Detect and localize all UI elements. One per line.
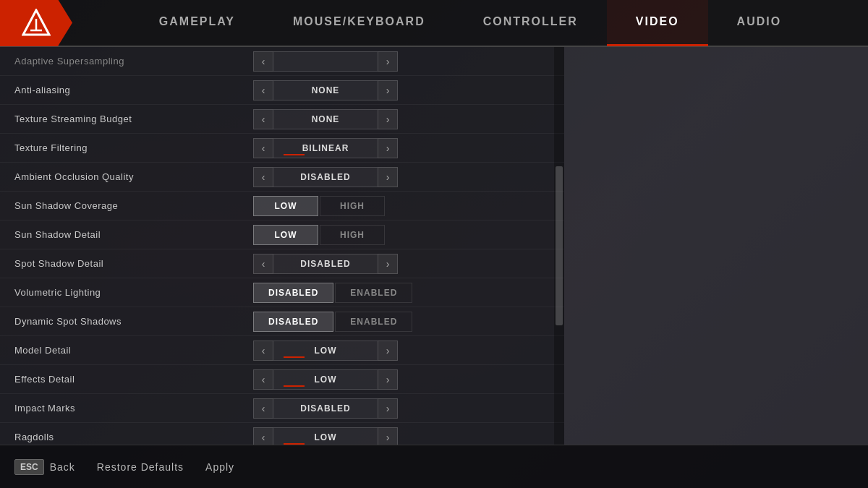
effects-detail-control: ‹ Low ›: [253, 369, 550, 390]
model-detail-next[interactable]: ›: [378, 341, 398, 361]
texture-filtering-value: Bilinear: [273, 138, 378, 158]
texture-streaming-control: ‹ None ›: [253, 109, 550, 129]
adaptive-supersampling-next[interactable]: ›: [378, 51, 398, 72]
adaptive-supersampling-prev[interactable]: ‹: [253, 51, 273, 72]
dynamic-spot-shadows-control: Disabled Enabled: [253, 312, 550, 332]
dynamic-spot-shadows-toggle: Disabled Enabled: [253, 312, 412, 332]
tab-mouse-keyboard[interactable]: MOUSE/KEYBOARD: [264, 0, 454, 46]
ragdolls-value: Low: [273, 427, 378, 445]
ambient-occlusion-next[interactable]: ›: [378, 167, 398, 187]
scrollbar-track: [554, 47, 564, 445]
anti-aliasing-next[interactable]: ›: [378, 80, 398, 100]
sun-shadow-coverage-high[interactable]: High: [320, 196, 385, 216]
ambient-occlusion-label: Ambient Occlusion Quality: [14, 171, 246, 182]
ragdolls-prev[interactable]: ‹: [253, 427, 273, 445]
ambient-occlusion-value: Disabled: [273, 167, 378, 187]
restore-defaults-label: Restore Defaults: [97, 461, 184, 473]
apply-action[interactable]: Apply: [205, 461, 234, 473]
ambient-occlusion-control: ‹ Disabled ›: [253, 167, 550, 187]
texture-streaming-prev[interactable]: ‹: [253, 109, 273, 129]
ambient-occlusion-text: Disabled: [300, 172, 350, 182]
adaptive-supersampling-label: Adaptive Supersampling: [14, 56, 246, 67]
anti-aliasing-prev[interactable]: ‹: [253, 80, 273, 100]
ragdolls-label: Ragdolls: [14, 432, 246, 442]
dynamic-spot-shadows-disabled[interactable]: Disabled: [253, 312, 333, 332]
texture-filtering-next[interactable]: ›: [378, 138, 398, 158]
anti-aliasing-value: None: [273, 80, 378, 100]
texture-filtering-label: Texture Filtering: [14, 142, 246, 153]
sun-shadow-coverage-control: Low High: [253, 196, 550, 216]
volumetric-lighting-control: Disabled Enabled: [253, 283, 550, 303]
tab-audio[interactable]: AUDIO: [708, 0, 811, 46]
spot-shadow-detail-prev[interactable]: ‹: [253, 254, 273, 274]
sun-shadow-detail-label: Sun Shadow Detail: [14, 229, 246, 240]
nav-tabs: GAMEPLAY MOUSE/KEYBOARD CONTROLLER VIDEO…: [72, 0, 868, 46]
model-detail-text: Low: [315, 346, 337, 356]
texture-streaming-value: None: [273, 109, 378, 129]
ragdolls-text: Low: [315, 432, 337, 442]
main-content: Adaptive Supersampling ‹ › Anti-aliasing: [0, 47, 868, 445]
tab-gameplay[interactable]: GAMEPLAY: [130, 0, 264, 46]
impact-marks-control: ‹ Disabled ›: [253, 398, 550, 419]
setting-row-sun-shadow-coverage: Sun Shadow Coverage Low High: [0, 192, 564, 221]
ambient-occlusion-arrow: ‹ Disabled ›: [253, 167, 398, 187]
model-detail-value: Low: [273, 341, 378, 361]
adaptive-supersampling-control: ‹ ›: [253, 51, 550, 72]
tab-video[interactable]: VIDEO: [607, 0, 708, 46]
effects-detail-prev[interactable]: ‹: [253, 369, 273, 390]
texture-filtering-bar: [284, 154, 305, 155]
texture-filtering-prev[interactable]: ‹: [253, 138, 273, 158]
texture-filtering-arrow: ‹ Bilinear ›: [253, 138, 398, 158]
anti-aliasing-arrow: ‹ None ›: [253, 80, 398, 100]
volumetric-lighting-enabled[interactable]: Enabled: [335, 283, 412, 303]
spot-shadow-detail-control: ‹ Disabled ›: [253, 254, 550, 274]
effects-detail-label: Effects Detail: [14, 374, 246, 385]
sun-shadow-coverage-low[interactable]: Low: [253, 196, 318, 216]
spot-shadow-detail-text: Disabled: [300, 259, 350, 269]
model-detail-label: Model Detail: [14, 345, 246, 356]
spot-shadow-detail-next[interactable]: ›: [378, 254, 398, 274]
effects-detail-arrow: ‹ Low ›: [253, 369, 398, 390]
setting-row-volumetric-lighting: Volumetric Lighting Disabled Enabled: [0, 278, 564, 307]
volumetric-lighting-disabled[interactable]: Disabled: [253, 283, 333, 303]
model-detail-prev[interactable]: ‹: [253, 341, 273, 361]
impact-marks-prev[interactable]: ‹: [253, 398, 273, 419]
right-panel: [564, 47, 868, 445]
volumetric-lighting-label: Volumetric Lighting: [14, 287, 246, 298]
logo: [0, 0, 72, 46]
setting-row-model-detail: Model Detail ‹ Low ›: [0, 336, 564, 365]
setting-row-spot-shadow-detail: Spot Shadow Detail ‹ Disabled ›: [0, 249, 564, 278]
scrollbar-thumb[interactable]: [556, 166, 563, 325]
back-action[interactable]: ESC Back: [14, 459, 75, 475]
tab-controller[interactable]: CONTROLLER: [454, 0, 607, 46]
ragdolls-next[interactable]: ›: [378, 427, 398, 445]
texture-streaming-text: None: [312, 114, 340, 124]
impact-marks-label: Impact Marks: [14, 403, 246, 414]
effects-detail-value: Low: [273, 369, 378, 390]
adaptive-supersampling-value: [273, 51, 378, 72]
apply-label: Apply: [205, 461, 234, 473]
settings-panel: Adaptive Supersampling ‹ › Anti-aliasing: [0, 47, 564, 445]
setting-row-ambient-occlusion: Ambient Occlusion Quality ‹ Disabled ›: [0, 163, 564, 192]
bottom-bar: ESC Back Restore Defaults Apply: [0, 445, 868, 488]
sun-shadow-detail-low[interactable]: Low: [253, 225, 318, 245]
ragdolls-arrow: ‹ Low ›: [253, 427, 398, 445]
dynamic-spot-shadows-enabled[interactable]: Enabled: [335, 312, 412, 332]
sun-shadow-detail-high[interactable]: High: [320, 225, 385, 245]
adaptive-supersampling-arrow: ‹ ›: [253, 51, 398, 72]
effects-detail-next[interactable]: ›: [378, 369, 398, 390]
settings-list: Adaptive Supersampling ‹ › Anti-aliasing: [0, 47, 564, 445]
setting-row-texture-filtering: Texture Filtering ‹ Bilinear ›: [0, 134, 564, 163]
restore-defaults-action[interactable]: Restore Defaults: [97, 461, 184, 473]
ragdolls-control: ‹ Low ›: [253, 427, 550, 445]
effects-detail-bar: [284, 385, 305, 387]
texture-streaming-label: Texture Streaming Budget: [14, 114, 246, 124]
apex-logo: [22, 9, 51, 38]
top-nav: GAMEPLAY MOUSE/KEYBOARD CONTROLLER VIDEO…: [0, 0, 868, 47]
impact-marks-next[interactable]: ›: [378, 398, 398, 419]
ambient-occlusion-prev[interactable]: ‹: [253, 167, 273, 187]
texture-streaming-next[interactable]: ›: [378, 109, 398, 129]
spot-shadow-detail-value: Disabled: [273, 254, 378, 274]
sun-shadow-detail-control: Low High: [253, 225, 550, 245]
sun-shadow-coverage-toggle: Low High: [253, 196, 398, 216]
